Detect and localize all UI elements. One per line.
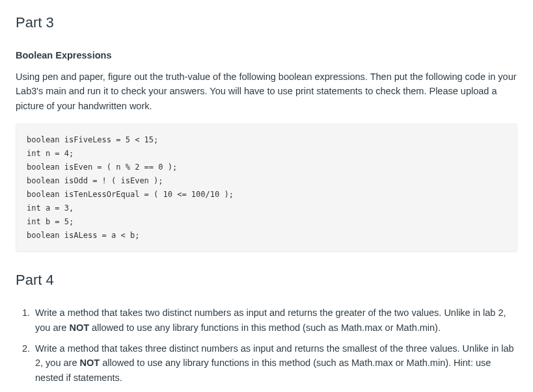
- boolean-expressions-subhead: Boolean Expressions: [16, 48, 517, 62]
- item-text-post: allowed to use any library functions in …: [89, 322, 441, 333]
- item-text-post: allowed to use any library functions in …: [35, 358, 491, 382]
- list-item: Write a method that takes two distinct n…: [33, 306, 517, 335]
- item-text-bold: NOT: [80, 358, 100, 368]
- part-3-heading: Part 3: [16, 12, 517, 34]
- part-3-intro: Using pen and paper, figure out the trut…: [16, 70, 517, 113]
- list-item: Write a method that takes three distinct…: [33, 341, 517, 385]
- item-text-bold: NOT: [69, 322, 89, 333]
- part-4-list: Write a method that takes two distinct n…: [16, 306, 517, 385]
- part-4-heading: Part 4: [16, 269, 517, 291]
- code-block: boolean isFiveLess = 5 < 15; int n = 4; …: [16, 124, 517, 252]
